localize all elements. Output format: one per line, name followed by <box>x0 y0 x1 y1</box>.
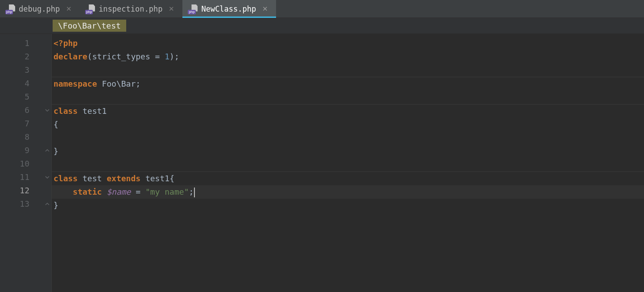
line-number: 2 <box>0 50 43 63</box>
breadcrumb-bar: \Foo\Bar\test <box>0 18 644 34</box>
line-number: 13 <box>0 197 43 211</box>
code-line[interactable]: } <box>52 145 644 158</box>
code-line[interactable] <box>52 131 644 145</box>
line-number: 8 <box>0 130 43 144</box>
code-line[interactable]: class test1 <box>52 104 644 118</box>
text-caret <box>194 188 195 197</box>
line-number: 11 <box>0 171 43 184</box>
code-line[interactable] <box>52 63 644 77</box>
tab-label: debug.php <box>19 4 60 13</box>
php-file-icon: php <box>6 4 15 13</box>
code-line[interactable]: class test extends test1{ <box>52 172 644 185</box>
gutter: 1 2 3 4 5 6 7 8 9 10 11 12 13 <box>0 34 43 292</box>
close-icon[interactable]: ✕ <box>262 5 268 13</box>
line-number: 1 <box>0 37 43 50</box>
tab-inspection[interactable]: php inspection.php ✕ <box>80 0 182 17</box>
line-number: 7 <box>0 117 43 130</box>
code-line[interactable]: { <box>52 118 644 131</box>
line-number: 4 <box>0 77 43 90</box>
close-icon[interactable]: ✕ <box>169 5 174 13</box>
code-area[interactable]: <?php declare(strict_types = 1); namespa… <box>52 34 644 292</box>
tab-label: NewClass.php <box>201 4 256 13</box>
tab-newclass[interactable]: php NewClass.php ✕ <box>182 0 276 17</box>
tab-bar: php debug.php ✕ php inspection.php ✕ php… <box>0 0 644 18</box>
code-line[interactable]: declare(strict_types = 1); <box>52 50 644 63</box>
fold-strip <box>43 34 52 292</box>
php-file-icon: php <box>86 4 95 13</box>
line-number: 12 <box>0 184 43 197</box>
code-line[interactable]: static $name = "my name"; <box>52 185 644 199</box>
breadcrumb[interactable]: \Foo\Bar\test <box>53 20 126 32</box>
fold-end-icon[interactable] <box>43 144 51 157</box>
editor: 1 2 3 4 5 6 7 8 9 10 11 12 13 <box>0 34 644 292</box>
close-icon[interactable]: ✕ <box>66 5 72 13</box>
line-number: 6 <box>0 104 43 117</box>
code-line[interactable] <box>52 158 644 171</box>
line-number: 5 <box>0 90 43 104</box>
line-number: 3 <box>0 63 43 77</box>
code-line[interactable]: namespace Foo\Bar; <box>52 77 644 91</box>
line-number: 10 <box>0 157 43 171</box>
code-line[interactable] <box>52 91 644 104</box>
line-number: 9 <box>0 144 43 157</box>
fold-end-icon[interactable] <box>43 197 51 211</box>
code-line[interactable]: <?php <box>52 37 644 50</box>
code-line[interactable]: } <box>52 199 644 212</box>
php-file-icon: php <box>189 4 198 13</box>
fold-toggle-icon[interactable] <box>43 104 51 117</box>
fold-toggle-icon[interactable] <box>43 171 51 184</box>
tab-label: inspection.php <box>99 4 162 13</box>
tab-debug[interactable]: php debug.php ✕ <box>0 0 80 17</box>
